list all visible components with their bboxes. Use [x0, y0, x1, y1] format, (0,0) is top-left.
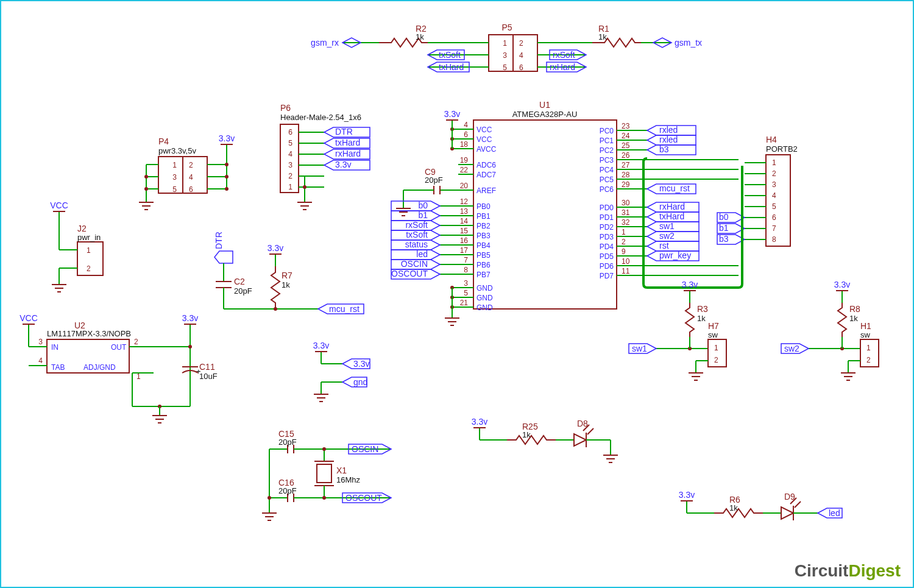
svg-text:1: 1	[172, 161, 177, 169]
u1-block: U1 ATMEGA328P-AU 4VCC 6VCC 18AVCC 3.3v 1…	[391, 100, 739, 325]
svg-text:IN: IN	[51, 343, 58, 352]
svg-text:H7: H7	[708, 321, 719, 331]
svg-text:2: 2	[622, 238, 626, 246]
svg-text:VCC: VCC	[19, 313, 38, 323]
svg-text:25: 25	[622, 141, 630, 150]
svg-point-286	[188, 345, 192, 349]
svg-text:6: 6	[189, 185, 193, 194]
svg-text:PD6: PD6	[600, 262, 614, 271]
svg-text:1k: 1k	[729, 503, 738, 512]
svg-text:4: 4	[464, 121, 468, 129]
svg-point-251	[303, 185, 306, 189]
svg-text:3: 3	[772, 180, 776, 189]
svg-point-217	[225, 163, 228, 166]
svg-text:OSCOUT: OSCOUT	[391, 269, 428, 278]
svg-text:21: 21	[460, 299, 469, 307]
svg-text:2: 2	[519, 39, 523, 48]
svg-text:1: 1	[622, 228, 626, 236]
svg-text:DTR: DTR	[335, 127, 353, 136]
svg-text:PC6: PC6	[600, 185, 614, 194]
svg-text:sw2: sw2	[784, 344, 799, 353]
svg-text:pwr_in: pwr_in	[77, 233, 101, 242]
svg-text:txHard: txHard	[659, 211, 684, 221]
svg-text:1: 1	[714, 344, 718, 352]
svg-text:5: 5	[288, 139, 292, 147]
svg-text:3: 3	[503, 51, 507, 60]
svg-text:OSCIN: OSCIN	[352, 444, 378, 454]
svg-text:1k: 1k	[697, 314, 706, 323]
svg-text:2: 2	[288, 172, 292, 180]
svg-marker-299	[214, 251, 233, 263]
svg-text:ADJ/GND: ADJ/GND	[83, 363, 116, 372]
svg-text:4: 4	[519, 51, 523, 60]
svg-text:rxSoft: rxSoft	[405, 220, 428, 230]
svg-text:PB1: PB1	[476, 212, 491, 221]
svg-text:3: 3	[38, 338, 43, 346]
svg-text:3: 3	[172, 173, 177, 182]
svg-rect-359	[766, 155, 790, 246]
p4-block: P4 pwr3.3v,5v 12 34 56 3.3v	[139, 133, 235, 210]
svg-text:TAB: TAB	[51, 363, 65, 372]
svg-text:b1: b1	[418, 210, 428, 220]
svg-text:31: 31	[622, 208, 630, 217]
p5-block: P5 1 2 3 4 5 6 R2 1k gsm_rx txSoft txHar…	[311, 23, 702, 72]
svg-text:GND: GND	[476, 284, 493, 292]
svg-text:6: 6	[519, 63, 523, 72]
svg-text:1k: 1k	[522, 430, 531, 439]
svg-text:txSoft: txSoft	[439, 50, 461, 60]
svg-text:3: 3	[464, 279, 468, 288]
svg-text:PC3: PC3	[600, 156, 614, 165]
svg-text:32: 32	[622, 218, 630, 227]
svg-text:R3: R3	[697, 304, 708, 314]
svg-text:PB0: PB0	[476, 202, 491, 211]
svg-text:6: 6	[464, 130, 468, 139]
net33-block: 3.3v 3.3v gnd	[313, 341, 370, 402]
svg-text:PD4: PD4	[600, 243, 614, 251]
svg-text:17: 17	[460, 246, 469, 255]
svg-text:PC2: PC2	[600, 146, 614, 155]
svg-marker-96	[391, 250, 440, 260]
svg-text:1: 1	[87, 246, 91, 255]
svg-text:H4: H4	[766, 135, 777, 144]
svg-text:P4: P4	[158, 136, 169, 146]
svg-text:PD5: PD5	[600, 252, 614, 261]
sw1-block: 3.3v R31k sw1 H7sw 12	[629, 280, 726, 380]
svg-text:PD1: PD1	[600, 213, 614, 222]
svg-text:AVCC: AVCC	[476, 145, 497, 154]
svg-text:15: 15	[460, 227, 469, 235]
svg-text:rxSoft: rxSoft	[553, 50, 575, 60]
svg-text:19: 19	[460, 156, 469, 165]
svg-text:GND: GND	[476, 294, 493, 302]
svg-text:b3: b3	[719, 234, 729, 244]
svg-text:D8: D8	[577, 419, 588, 428]
svg-text:27: 27	[622, 161, 630, 169]
svg-text:OSCIN: OSCIN	[401, 259, 428, 269]
svg-text:3.3v: 3.3v	[313, 341, 329, 350]
svg-text:1: 1	[503, 39, 507, 48]
svg-text:rxHard: rxHard	[659, 202, 685, 211]
svg-text:12: 12	[460, 197, 469, 206]
svg-text:16Mhz: 16Mhz	[336, 475, 361, 484]
svg-text:1k: 1k	[282, 280, 290, 289]
svg-text:sw1: sw1	[632, 344, 647, 353]
svg-point-351	[267, 496, 271, 500]
svg-text:2: 2	[189, 161, 193, 169]
svg-text:3.3v: 3.3v	[679, 490, 695, 500]
rst-block: DTR C2 20pF 3.3v R7 1k mcu_rst	[214, 232, 364, 314]
svg-text:txHard: txHard	[439, 62, 464, 72]
svg-text:2: 2	[134, 338, 138, 346]
svg-marker-179	[647, 241, 699, 251]
svg-marker-71	[391, 201, 440, 211]
svg-text:4: 4	[288, 150, 292, 158]
svg-text:H1: H1	[860, 321, 871, 331]
svg-text:Header-Male-2.54_1x6: Header-Male-2.54_1x6	[280, 113, 361, 122]
svg-text:VCC: VCC	[476, 135, 492, 144]
svg-text:ADC6: ADC6	[476, 161, 496, 169]
svg-text:14: 14	[460, 217, 469, 225]
svg-text:20pF: 20pF	[234, 286, 252, 296]
svg-text:AREF: AREF	[476, 186, 496, 195]
svg-text:OUT: OUT	[111, 343, 127, 352]
svg-text:PC0: PC0	[600, 127, 614, 135]
svg-point-347	[322, 496, 326, 500]
svg-text:PB7: PB7	[476, 271, 491, 279]
